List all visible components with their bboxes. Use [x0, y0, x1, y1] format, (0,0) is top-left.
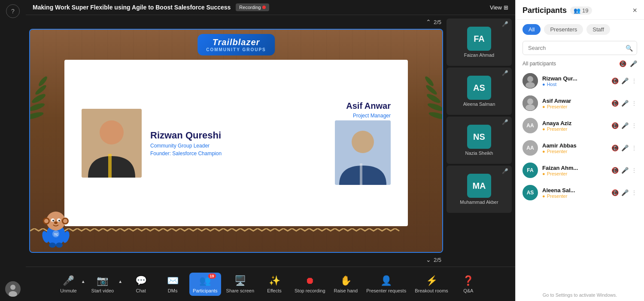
- view-label: View: [490, 4, 502, 11]
- svg-point-6: [37, 75, 49, 87]
- main-content: Making Work Super Flexible using Agile t…: [26, 0, 515, 301]
- video-arrow[interactable]: ▲: [116, 279, 124, 284]
- breakout-rooms-icon: ⚡: [426, 275, 437, 286]
- svg-point-27: [52, 220, 54, 221]
- chat-button[interactable]: 💬 Chat: [126, 273, 156, 296]
- p-info-3: Aamir Abbas ● Presenter: [542, 142, 607, 154]
- unmute-button[interactable]: 🎤 Unmute: [58, 273, 79, 296]
- svg-text:TC: TC: [54, 233, 58, 236]
- help-button[interactable]: ?: [6, 4, 20, 18]
- panel-header: Participants 👥 19 ×: [516, 0, 644, 20]
- page-down-button[interactable]: ⌄: [426, 256, 431, 263]
- p-controls-2: 📵 🎤 ⋮: [611, 122, 637, 129]
- pagination-bottom-label: 2/5: [434, 257, 441, 263]
- p-info-1: Asif Anwar ● Presenter: [542, 98, 607, 109]
- presenter-name-2: Asif Anwar: [346, 101, 391, 111]
- filter-tabs: All Presenters Staff: [516, 20, 644, 39]
- qa-label: Q&A: [463, 288, 473, 293]
- p-role-5: ● Presenter: [542, 194, 607, 199]
- share-screen-button[interactable]: 🖥️ Share screen: [223, 273, 258, 296]
- effects-button[interactable]: ✨ Effects: [259, 273, 289, 296]
- toolbar: 🎤 Unmute ▲ 📷 Start video ▲ 💬 Chat ✉️ DMs…: [26, 267, 515, 301]
- p-name-1: Asif Anwar: [542, 98, 607, 104]
- thumb-mute-1: 🎤: [502, 70, 508, 76]
- p-name-2: Anaya Aziz: [542, 120, 607, 126]
- presenter-title-1a: Community Group Leader: [150, 143, 335, 149]
- thumb-card-2[interactable]: 🎤 NS Nazia Sheikh: [447, 117, 512, 164]
- participant-item-3[interactable]: AA Aamir Abbas ● Presenter 📵 🎤 ⋮: [516, 137, 644, 159]
- video-area: ⌃ 2/5: [26, 15, 515, 267]
- participant-item-4[interactable]: FA Faizan Ahm... ● Presenter 📵 🎤 ⋮: [516, 159, 644, 181]
- presenter-dot-4: ●: [542, 171, 545, 176]
- p-more-4[interactable]: ⋮: [631, 167, 637, 174]
- p-controls-5: 📵 🎤 ⋮: [611, 189, 637, 196]
- p-more-1[interactable]: ⋮: [631, 100, 637, 107]
- effects-icon: ✨: [269, 275, 280, 286]
- p-more-3[interactable]: ⋮: [631, 144, 637, 151]
- close-panel-button[interactable]: ×: [632, 6, 637, 15]
- search-box: 🔍: [522, 41, 637, 55]
- search-input[interactable]: [522, 41, 637, 55]
- thumb-mute-2: 🎤: [502, 119, 508, 125]
- presenter-requests-button[interactable]: 👤 Presenter requests: [363, 273, 410, 296]
- svg-point-14: [100, 120, 124, 144]
- participants-count-badge: 👥 19: [570, 6, 592, 15]
- p-video-muted-3: 📵: [611, 144, 619, 151]
- svg-rect-18: [360, 163, 362, 185]
- page-up-button[interactable]: ⌃: [426, 18, 431, 25]
- thumb-card-0[interactable]: 🎤 FA Faizan Ahmad: [447, 18, 512, 66]
- svg-point-32: [49, 243, 56, 248]
- panel-title: Participants: [522, 6, 567, 15]
- raise-hand-button[interactable]: ✋ Raise hand: [331, 273, 361, 296]
- presenter-dot-1: ●: [542, 104, 545, 109]
- video-icon: 📷: [97, 275, 108, 286]
- view-button[interactable]: View ⊞: [490, 4, 508, 11]
- breakout-rooms-button[interactable]: ⚡ Breakout rooms: [411, 273, 452, 296]
- view-grid-icon: ⊞: [504, 4, 508, 11]
- recording-label: Recording: [239, 5, 261, 10]
- thumb-card-1[interactable]: 🎤 AS Aleena Salman: [447, 68, 512, 115]
- share-screen-label: Share screen: [226, 288, 254, 293]
- svg-point-3: [30, 92, 46, 104]
- trailblazer-logo: Trailblazer COMMUNITY GROUPS: [197, 34, 275, 55]
- raise-hand-label: Raise hand: [334, 288, 358, 293]
- all-participants-header: All participants 📵 🎤: [516, 58, 644, 70]
- thumb-avatar-0: FA: [467, 27, 491, 51]
- thumb-card-3[interactable]: 🎤 MA Muhammad Akber: [447, 166, 512, 213]
- svg-point-5: [30, 102, 46, 113]
- user-avatar: [5, 281, 21, 297]
- svg-point-24: [63, 219, 67, 223]
- tab-presenters[interactable]: Presenters: [544, 24, 583, 35]
- presenter-title-2: Project Manager: [353, 113, 391, 119]
- thumb-mute-0: 🎤: [502, 21, 508, 27]
- search-icon: 🔍: [626, 45, 633, 52]
- fern-right: [408, 55, 442, 143]
- participants-button[interactable]: 👥 19 Participants: [189, 273, 221, 296]
- p-more-0[interactable]: ⋮: [631, 77, 637, 84]
- participant-item-5[interactable]: AS Aleena Sal... ● Presenter 📵 🎤 ⋮: [516, 181, 644, 204]
- thumb-name-1: Aleena Salman: [463, 101, 495, 107]
- stop-recording-button[interactable]: ⏺ Stop recording: [291, 273, 329, 296]
- participant-item-0[interactable]: Rizwan Qur... ● Host 📵 🎤 ⋮: [516, 70, 644, 92]
- dms-button[interactable]: ✉️ DMs: [158, 273, 188, 296]
- presenter-dot-5: ●: [542, 194, 545, 199]
- mute-all-video-icon: 📵: [619, 60, 626, 67]
- p-info-0: Rizwan Qur... ● Host: [542, 75, 607, 87]
- start-video-button[interactable]: 📷 Start video: [89, 273, 117, 296]
- tab-staff[interactable]: Staff: [586, 24, 610, 35]
- all-participants-label: All participants: [522, 61, 556, 67]
- unmute-arrow[interactable]: ▲: [79, 279, 87, 284]
- meeting-title: Making Work Super Flexible using Agile t…: [33, 4, 231, 11]
- p-more-2[interactable]: ⋮: [631, 122, 637, 129]
- tab-all[interactable]: All: [522, 24, 541, 35]
- participant-list: Rizwan Qur... ● Host 📵 🎤 ⋮ As: [516, 70, 644, 289]
- sub-text: COMMUNITY GROUPS: [206, 47, 266, 52]
- p-more-5[interactable]: ⋮: [631, 189, 637, 196]
- presenter-title-1b: Founder: Salesforce Champion: [150, 150, 335, 157]
- qa-button[interactable]: ❓ Q&A: [453, 273, 483, 296]
- participant-item-2[interactable]: AA Anaya Aziz ● Presenter 📵 🎤 ⋮: [516, 114, 644, 137]
- participants-badge: 19: [208, 273, 216, 279]
- start-video-label: Start video: [91, 288, 114, 293]
- participant-item-1[interactable]: Asif Anwar ● Presenter 📵 🎤 ⋮: [516, 92, 644, 114]
- qa-icon: ❓: [462, 275, 474, 286]
